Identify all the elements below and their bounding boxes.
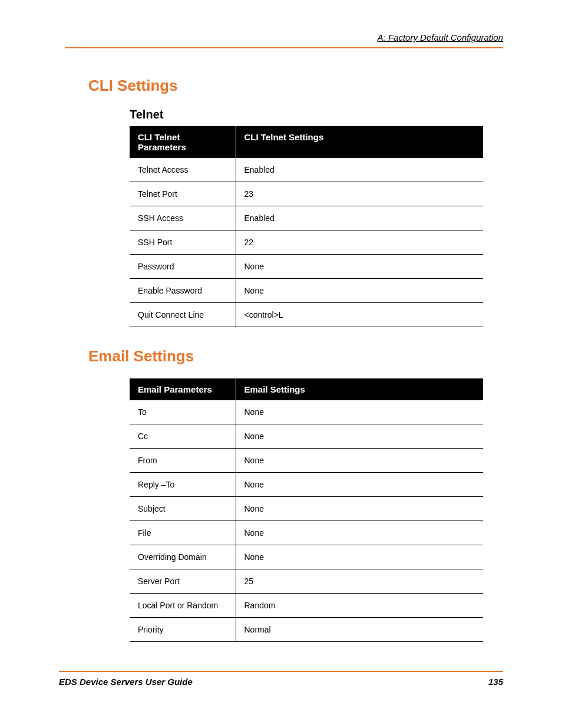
param-cell: Cc — [130, 424, 236, 449]
cli-th-parameters: CLI Telnet Parameters — [130, 126, 236, 158]
table-row: Overriding DomainNone — [130, 545, 483, 569]
param-cell: Reply –To — [130, 473, 236, 497]
value-cell: Normal — [236, 618, 483, 642]
value-cell: None — [236, 497, 483, 521]
subsection-title-telnet: Telnet — [130, 108, 503, 121]
param-cell: Local Port or Random — [130, 594, 236, 618]
section-title-cli: CLI Settings — [88, 77, 503, 95]
table-row: Local Port or RandomRandom — [130, 594, 483, 618]
table-row: FromNone — [130, 449, 483, 473]
value-cell: 22 — [236, 230, 483, 255]
param-cell: Overriding Domain — [130, 545, 236, 569]
table-row: SubjectNone — [130, 497, 483, 521]
value-cell: 25 — [236, 569, 483, 594]
param-cell: Enable Password — [130, 279, 236, 303]
page-footer: EDS Device Servers User Guide 135 — [59, 671, 503, 687]
param-cell: Subject — [130, 497, 236, 521]
value-cell: <control>L — [236, 303, 483, 327]
table-row: Quit Connect Line<control>L — [130, 303, 483, 327]
value-cell: None — [236, 424, 483, 449]
cli-th-settings: CLI Telnet Settings — [236, 126, 483, 158]
value-cell: None — [236, 400, 483, 424]
table-row: SSH AccessEnabled — [130, 206, 483, 230]
value-cell: None — [236, 545, 483, 569]
cli-telnet-table: CLI Telnet Parameters CLI Telnet Setting… — [130, 126, 483, 327]
param-cell: File — [130, 521, 236, 545]
param-cell: SSH Port — [130, 230, 236, 255]
table-row: ToNone — [130, 400, 483, 424]
table-row: PriorityNormal — [130, 618, 483, 642]
header-breadcrumb: A: Factory Default Configuration — [65, 32, 503, 45]
footer-guide-title: EDS Device Servers User Guide — [59, 677, 193, 687]
value-cell: None — [236, 521, 483, 545]
table-row: FileNone — [130, 521, 483, 545]
param-cell: Password — [130, 255, 236, 279]
param-cell: Server Port — [130, 569, 236, 594]
param-cell: Priority — [130, 618, 236, 642]
table-row: SSH Port22 — [130, 230, 483, 255]
table-row: PasswordNone — [130, 255, 483, 279]
section-title-email: Email Settings — [88, 347, 503, 365]
table-row: Server Port25 — [130, 569, 483, 594]
value-cell: 23 — [236, 182, 483, 206]
value-cell: None — [236, 255, 483, 279]
email-th-settings: Email Settings — [236, 378, 483, 400]
table-row: Enable PasswordNone — [130, 279, 483, 303]
value-cell: Enabled — [236, 158, 483, 182]
param-cell: Telnet Port — [130, 182, 236, 206]
param-cell: Quit Connect Line — [130, 303, 236, 327]
value-cell: None — [236, 279, 483, 303]
email-th-parameters: Email Parameters — [130, 378, 236, 400]
table-row: CcNone — [130, 424, 483, 449]
footer-rule — [59, 671, 503, 672]
param-cell: To — [130, 400, 236, 424]
param-cell: Telnet Access — [130, 158, 236, 182]
param-cell: SSH Access — [130, 206, 236, 230]
footer-page-number: 135 — [488, 677, 503, 687]
value-cell: Random — [236, 594, 483, 618]
value-cell: None — [236, 449, 483, 473]
table-row: Reply –ToNone — [130, 473, 483, 497]
table-row: Telnet Port23 — [130, 182, 483, 206]
email-settings-table: Email Parameters Email Settings ToNone C… — [130, 378, 483, 642]
table-row: Telnet AccessEnabled — [130, 158, 483, 182]
value-cell: Enabled — [236, 206, 483, 230]
header-rule — [65, 47, 503, 48]
value-cell: None — [236, 473, 483, 497]
param-cell: From — [130, 449, 236, 473]
